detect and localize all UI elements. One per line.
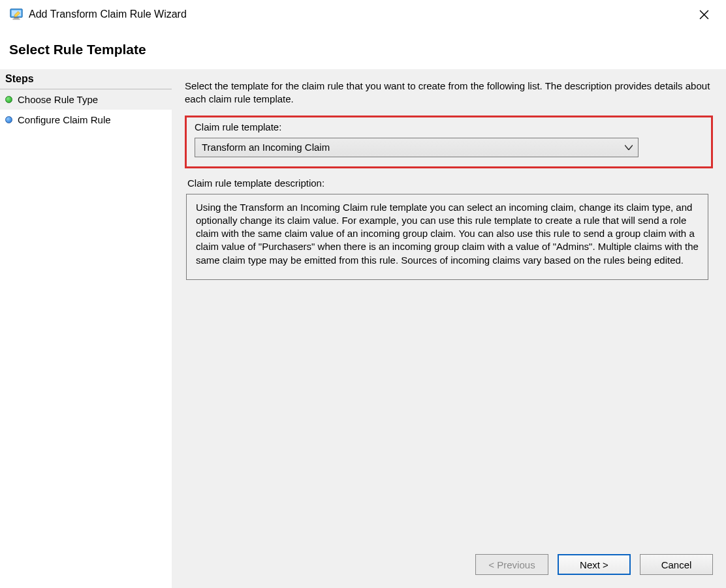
next-button[interactable]: Next > [558, 554, 631, 575]
template-label: Claim rule template: [195, 121, 703, 132]
steps-heading: Steps [0, 69, 172, 89]
main-content: Select the template for the claim rule t… [172, 69, 726, 545]
claim-rule-template-dropdown[interactable]: Transform an Incoming Claim [195, 138, 639, 157]
title-bar: Add Transform Claim Rule Wizard [0, 0, 726, 26]
close-button[interactable] [691, 5, 717, 24]
step-bullet-completed-icon [5, 96, 12, 103]
description-box: Using the Transform an Incoming Claim ru… [186, 194, 708, 280]
svg-rect-2 [14, 18, 18, 19]
step-configure-claim-rule[interactable]: Configure Claim Rule [0, 110, 172, 130]
intro-text: Select the template for the claim rule t… [185, 80, 713, 106]
wizard-icon [9, 7, 24, 22]
wizard-footer: < Previous Next > Cancel [172, 545, 726, 588]
page-title: Select Rule Template [9, 42, 717, 57]
main-panel: Select the template for the claim rule t… [172, 69, 726, 588]
page-header: Select Rule Template [0, 26, 726, 69]
step-label: Choose Rule Type [18, 94, 98, 105]
description-label: Claim rule template description: [187, 178, 713, 189]
step-choose-rule-type[interactable]: Choose Rule Type [0, 89, 172, 110]
template-highlight-box: Claim rule template: Transform an Incomi… [185, 116, 713, 168]
step-label: Configure Claim Rule [18, 114, 111, 125]
chevron-down-icon [625, 143, 633, 152]
step-bullet-current-icon [5, 116, 12, 123]
close-icon [699, 10, 709, 20]
dropdown-selected-value: Transform an Incoming Claim [202, 142, 330, 153]
window-title: Add Transform Claim Rule Wizard [29, 8, 691, 20]
previous-button: < Previous [475, 554, 548, 575]
cancel-button[interactable]: Cancel [640, 554, 713, 575]
steps-sidebar: Steps Choose Rule Type Configure Claim R… [0, 69, 172, 588]
wizard-window: Add Transform Claim Rule Wizard Select R… [0, 0, 726, 588]
wizard-body: Steps Choose Rule Type Configure Claim R… [0, 69, 726, 588]
svg-rect-3 [13, 18, 20, 20]
